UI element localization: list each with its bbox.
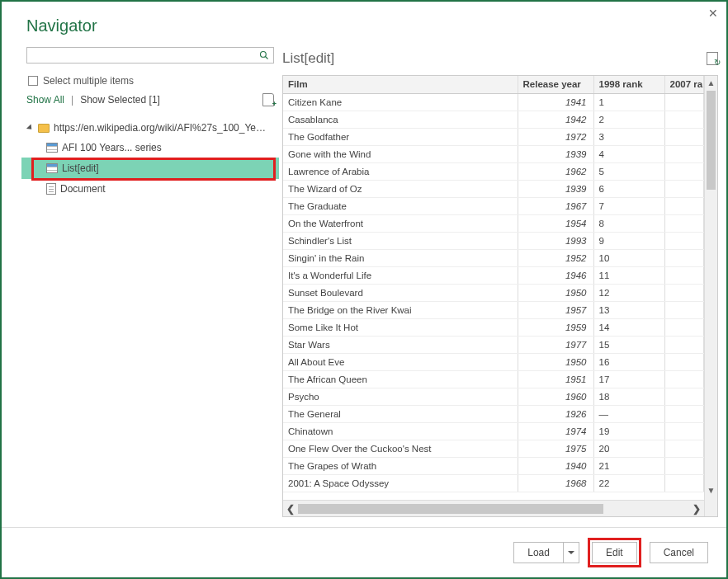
cell-2007 [664,353,704,370]
load-button[interactable]: Load [513,542,579,563]
table-icon [46,163,58,173]
table-row[interactable]: 2001: A Space Odyssey196822 [283,474,704,492]
table-icon [46,143,58,153]
cell-film: Schindler's List [283,232,518,249]
navigator-dialog: ✕ Navigator Select multiple items Show A… [0,0,728,579]
options-icon[interactable] [262,93,274,106]
cell-2007 [664,232,704,249]
cell-year: 1968 [518,474,593,492]
col-header-year[interactable]: Release year [518,76,593,93]
preview-grid: Film Release year 1998 rank 2007 rank Ci… [282,75,718,517]
table-row[interactable]: The Godfather19723 [283,128,704,145]
search-box[interactable] [26,47,274,64]
cell-2007 [664,111,704,128]
close-icon[interactable]: ✕ [708,7,718,20]
cell-film: Star Wars [283,336,518,353]
cell-year: 1939 [518,145,593,162]
cell-film: One Flew Over the Cuckoo's Nest [283,440,518,457]
cell-year: 1946 [518,266,593,284]
table-row[interactable]: Psycho196018 [283,388,704,405]
cell-2007 [664,284,704,301]
checkbox-icon[interactable] [28,76,38,86]
table-row[interactable]: It's a Wonderful Life194611 [283,266,704,284]
cell-rank: 11 [593,266,664,284]
cell-rank: 1 [593,93,664,111]
edit-button[interactable]: Edit [592,542,637,563]
cell-year: 1975 [518,440,593,457]
col-header-2007[interactable]: 2007 rank [664,76,704,93]
horizontal-scrollbar[interactable]: ❮ ❯ [283,500,704,516]
cell-rank: — [593,405,664,422]
cell-rank: 20 [593,440,664,457]
cell-year: 1972 [518,128,593,145]
table-row[interactable]: Gone with the Wind19394 [283,145,704,162]
table-row[interactable]: Lawrence of Arabia19625 [283,162,704,180]
tree-root[interactable]: https://en.wikipedia.org/wiki/AFI%27s_10… [26,118,274,138]
tree-item-document[interactable]: Document [26,179,274,199]
table-row[interactable]: The African Queen195117 [283,370,704,388]
tree-item-list-edit[interactable]: List[edit] [21,158,279,179]
search-input[interactable] [27,48,255,63]
vertical-scrollbar[interactable]: ▲ ▼ [704,76,717,516]
cell-2007 [664,128,704,145]
navigator-tree: https://en.wikipedia.org/wiki/AFI%27s_10… [26,118,274,199]
scroll-thumb[interactable] [707,91,716,190]
table-row[interactable]: Singin' in the Rain195210 [283,249,704,266]
cell-film: 2001: A Space Odyssey [283,474,518,492]
cell-year: 1957 [518,301,593,318]
preview-table: Film Release year 1998 rank 2007 rank Ci… [283,76,704,492]
table-row[interactable]: The General1926— [283,405,704,422]
cell-film: Psycho [283,388,518,405]
cell-year: 1954 [518,214,593,232]
cell-rank: 19 [593,422,664,440]
table-row[interactable]: Citizen Kane19411 [283,93,704,111]
load-button-label: Load [514,543,564,563]
table-row[interactable]: Sunset Boulevard195012 [283,284,704,301]
table-row[interactable]: The Wizard of Oz19396 [283,180,704,197]
table-row[interactable]: Star Wars197715 [283,336,704,353]
scroll-thumb[interactable] [298,504,603,514]
table-row[interactable]: The Graduate19677 [283,197,704,214]
scroll-left-icon[interactable]: ❮ [283,503,298,515]
cell-film: The Bridge on the River Kwai [283,301,518,318]
tree-root-label: https://en.wikipedia.org/wiki/AFI%27s_10… [54,122,268,134]
cell-rank: 17 [593,370,664,388]
cell-rank: 18 [593,388,664,405]
table-row[interactable]: Casablanca19422 [283,111,704,128]
table-row[interactable]: The Grapes of Wrath194021 [283,457,704,474]
cancel-button[interactable]: Cancel [650,542,708,563]
table-header-row: Film Release year 1998 rank 2007 rank [283,76,704,93]
table-row[interactable]: Chinatown197419 [283,422,704,440]
cell-film: Casablanca [283,111,518,128]
load-dropdown-caret[interactable] [564,551,579,554]
cell-2007 [664,474,704,492]
scroll-right-icon[interactable]: ❯ [689,503,704,515]
scroll-up-icon[interactable]: ▲ [705,76,717,89]
cell-film: Chinatown [283,422,518,440]
table-row[interactable]: Some Like It Hot195914 [283,318,704,336]
cell-2007 [664,93,704,111]
cell-rank: 10 [593,249,664,266]
table-row[interactable]: The Bridge on the River Kwai195713 [283,301,704,318]
table-row[interactable]: On the Waterfront19548 [283,214,704,232]
cell-2007 [664,180,704,197]
cell-year: 1967 [518,197,593,214]
select-multiple-row[interactable]: Select multiple items [28,75,274,87]
highlight-annotation: Edit [588,538,641,567]
expand-icon[interactable] [26,124,34,131]
show-all-link[interactable]: Show All [26,94,64,106]
cell-2007 [664,197,704,214]
show-selected-link[interactable]: Show Selected [1] [80,94,160,106]
scroll-down-icon[interactable]: ▼ [705,483,717,497]
col-header-rank[interactable]: 1998 rank [593,76,664,93]
refresh-preview-icon[interactable] [707,52,718,65]
cell-year: 1977 [518,336,593,353]
cell-film: Some Like It Hot [283,318,518,336]
cell-film: The Godfather [283,128,518,145]
table-row[interactable]: One Flew Over the Cuckoo's Nest197520 [283,440,704,457]
search-icon[interactable] [255,48,273,63]
tree-item-afi-series[interactable]: AFI 100 Years... series [26,138,274,158]
col-header-film[interactable]: Film [283,76,518,93]
table-row[interactable]: All About Eve195016 [283,353,704,370]
table-row[interactable]: Schindler's List19939 [283,232,704,249]
